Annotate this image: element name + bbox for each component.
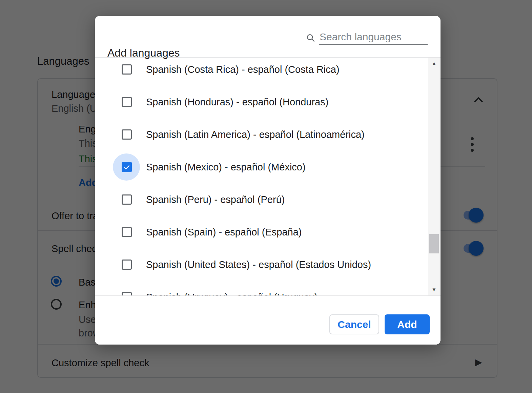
scroll-up-icon[interactable]: ▲ [428,58,440,69]
language-option-label: Spanish (Latin America) - español (Latin… [146,129,365,140]
language-option-row[interactable]: Spanish (Honduras) - español (Honduras) [95,86,428,118]
language-option-label: Spanish (Uruguay) - español (Uruguay) [146,292,318,296]
language-option-row[interactable]: Spanish (United States) - español (Estad… [95,248,428,281]
language-option-label: Spanish (United States) - español (Estad… [146,259,371,270]
language-option-row[interactable]: Spanish (Uruguay) - español (Uruguay) [95,281,428,295]
language-option-row[interactable]: Spanish (Spain) - español (España) [95,216,428,248]
cancel-button[interactable]: Cancel [329,314,379,334]
language-checkbox[interactable] [122,129,132,140]
scroll-down-icon[interactable]: ▼ [428,284,440,295]
scrollbar-thumb[interactable] [429,234,439,253]
language-checkbox[interactable] [122,162,132,172]
language-checkbox[interactable] [122,194,132,205]
dialog-header: Add languages [95,16,441,58]
dialog-footer: Cancel Add [95,295,441,345]
checkmark-icon [123,163,131,171]
language-option-label: Spanish (Spain) - español (España) [146,227,302,238]
language-checkbox[interactable] [122,260,132,270]
language-checkbox[interactable] [122,292,132,295]
language-option-row[interactable]: Spanish (Mexico) - español (México) [95,151,428,183]
search-icon [306,33,315,44]
language-checkbox[interactable] [122,64,132,75]
language-option-row[interactable]: Spanish (Latin America) - español (Latin… [95,118,428,151]
language-checkbox[interactable] [122,97,132,107]
add-button[interactable]: Add [385,314,430,334]
language-option-label: Spanish (Honduras) - español (Honduras) [146,97,328,108]
add-languages-dialog: Add languages Spanish (Costa Rica) - esp… [95,16,441,345]
language-checkbox[interactable] [122,227,132,237]
language-option-label: Spanish (Costa Rica) - español (Costa Ri… [146,64,340,75]
language-option-row[interactable]: Spanish (Costa Rica) - español (Costa Ri… [95,58,428,86]
language-list: Spanish (Costa Rica) - español (Costa Ri… [95,58,428,295]
search-input[interactable] [319,29,428,45]
language-option-row[interactable]: Spanish (Peru) - español (Perú) [95,183,428,216]
language-option-label: Spanish (Peru) - español (Perú) [146,194,285,205]
language-option-label: Spanish (Mexico) - español (México) [146,162,306,173]
scrollbar[interactable]: ▲ ▼ [428,58,440,295]
